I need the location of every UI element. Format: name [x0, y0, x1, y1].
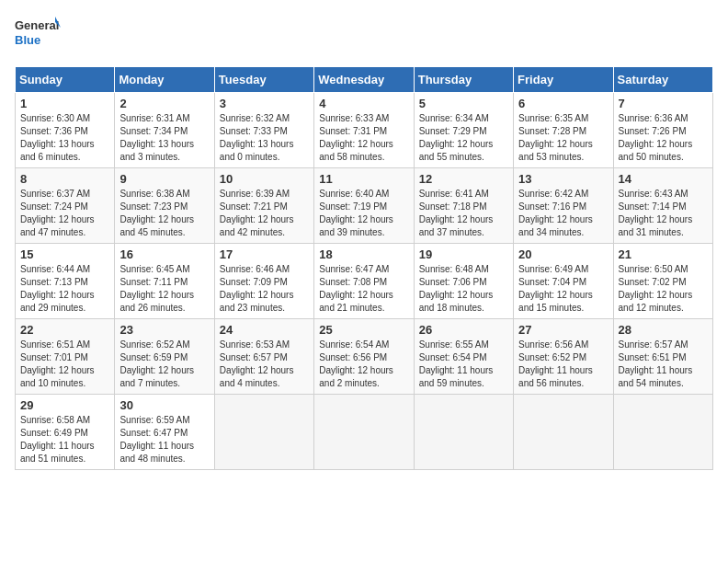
- day-info: Sunrise: 6:38 AMSunset: 7:23 PMDaylight:…: [119, 188, 209, 239]
- calendar-cell: 21 Sunrise: 6:50 AMSunset: 7:02 PMDaylig…: [613, 244, 712, 319]
- col-header-monday: Monday: [115, 67, 214, 93]
- calendar-cell: [314, 395, 414, 470]
- day-number: 29: [20, 398, 109, 412]
- calendar-cell: [414, 395, 513, 470]
- day-info: Sunrise: 6:45 AMSunset: 7:11 PMDaylight:…: [119, 263, 209, 315]
- day-number: 12: [419, 172, 508, 186]
- day-info: Sunrise: 6:48 AMSunset: 7:06 PMDaylight:…: [419, 263, 508, 315]
- day-number: 28: [619, 323, 708, 337]
- calendar-cell: 2 Sunrise: 6:31 AMSunset: 7:34 PMDayligh…: [115, 93, 214, 168]
- day-info: Sunrise: 6:58 AMSunset: 6:49 PMDaylight:…: [20, 414, 109, 465]
- day-number: 14: [619, 172, 708, 186]
- day-info: Sunrise: 6:46 AMSunset: 7:09 PMDaylight:…: [220, 263, 309, 315]
- calendar-cell: 13 Sunrise: 6:42 AMSunset: 7:16 PMDaylig…: [514, 168, 613, 244]
- calendar-cell: [613, 395, 712, 470]
- day-number: 17: [220, 247, 309, 261]
- day-info: Sunrise: 6:44 AMSunset: 7:13 PMDaylight:…: [20, 263, 109, 315]
- calendar-cell: 4 Sunrise: 6:33 AMSunset: 7:31 PMDayligh…: [314, 93, 414, 168]
- day-info: Sunrise: 6:33 AMSunset: 7:31 PMDaylight:…: [319, 112, 408, 164]
- svg-text:General: General: [15, 18, 59, 32]
- calendar-cell: 22 Sunrise: 6:51 AMSunset: 7:01 PMDaylig…: [16, 319, 115, 395]
- day-number: 30: [119, 398, 209, 412]
- day-number: 8: [20, 172, 109, 186]
- calendar-week-3: 15 Sunrise: 6:44 AMSunset: 7:13 PMDaylig…: [16, 244, 713, 319]
- col-header-saturday: Saturday: [613, 67, 712, 93]
- logo-svg: General Blue: [15, 15, 61, 55]
- day-number: 13: [518, 172, 608, 186]
- day-info: Sunrise: 6:42 AMSunset: 7:16 PMDaylight:…: [518, 188, 608, 239]
- day-number: 5: [419, 97, 508, 110]
- day-number: 27: [518, 323, 608, 337]
- day-number: 19: [419, 247, 508, 261]
- col-header-thursday: Thursday: [414, 67, 513, 93]
- day-number: 6: [518, 97, 608, 110]
- calendar-cell: 28 Sunrise: 6:57 AMSunset: 6:51 PMDaylig…: [613, 319, 712, 395]
- day-info: Sunrise: 6:52 AMSunset: 6:59 PMDaylight:…: [119, 339, 209, 390]
- day-info: Sunrise: 6:50 AMSunset: 7:02 PMDaylight:…: [619, 263, 708, 315]
- day-number: 16: [119, 247, 209, 261]
- day-number: 1: [20, 97, 109, 110]
- calendar-cell: 17 Sunrise: 6:46 AMSunset: 7:09 PMDaylig…: [214, 244, 313, 319]
- calendar-cell: 18 Sunrise: 6:47 AMSunset: 7:08 PMDaylig…: [314, 244, 414, 319]
- day-number: 25: [319, 323, 408, 337]
- day-info: Sunrise: 6:55 AMSunset: 6:54 PMDaylight:…: [419, 339, 508, 390]
- day-number: 21: [619, 247, 708, 261]
- calendar-cell: 1 Sunrise: 6:30 AMSunset: 7:36 PMDayligh…: [16, 93, 115, 168]
- col-header-friday: Friday: [514, 67, 613, 93]
- calendar-table: SundayMondayTuesdayWednesdayThursdayFrid…: [15, 66, 713, 470]
- calendar-cell: 24 Sunrise: 6:53 AMSunset: 6:57 PMDaylig…: [214, 319, 313, 395]
- calendar-cell: 9 Sunrise: 6:38 AMSunset: 7:23 PMDayligh…: [115, 168, 214, 244]
- day-info: Sunrise: 6:56 AMSunset: 6:52 PMDaylight:…: [518, 339, 608, 390]
- day-number: 2: [119, 97, 209, 110]
- day-number: 26: [419, 323, 508, 337]
- day-number: 22: [20, 323, 109, 337]
- day-info: Sunrise: 6:53 AMSunset: 6:57 PMDaylight:…: [220, 339, 309, 390]
- calendar-week-5: 29 Sunrise: 6:58 AMSunset: 6:49 PMDaylig…: [16, 395, 713, 470]
- calendar-cell: 15 Sunrise: 6:44 AMSunset: 7:13 PMDaylig…: [16, 244, 115, 319]
- calendar-body: 1 Sunrise: 6:30 AMSunset: 7:36 PMDayligh…: [16, 93, 713, 470]
- day-info: Sunrise: 6:39 AMSunset: 7:21 PMDaylight:…: [220, 188, 309, 239]
- day-info: Sunrise: 6:35 AMSunset: 7:28 PMDaylight:…: [518, 112, 608, 164]
- day-info: Sunrise: 6:32 AMSunset: 7:33 PMDaylight:…: [220, 112, 309, 164]
- day-info: Sunrise: 6:49 AMSunset: 7:04 PMDaylight:…: [518, 263, 608, 315]
- day-number: 3: [220, 97, 309, 110]
- day-info: Sunrise: 6:37 AMSunset: 7:24 PMDaylight:…: [20, 188, 109, 239]
- day-number: 18: [319, 247, 408, 261]
- day-number: 20: [518, 247, 608, 261]
- calendar-cell: [514, 395, 613, 470]
- calendar-week-2: 8 Sunrise: 6:37 AMSunset: 7:24 PMDayligh…: [16, 168, 713, 244]
- svg-text:Blue: Blue: [15, 33, 40, 47]
- calendar-cell: 6 Sunrise: 6:35 AMSunset: 7:28 PMDayligh…: [514, 93, 613, 168]
- calendar-cell: 10 Sunrise: 6:39 AMSunset: 7:21 PMDaylig…: [214, 168, 313, 244]
- calendar-cell: 26 Sunrise: 6:55 AMSunset: 6:54 PMDaylig…: [414, 319, 513, 395]
- day-info: Sunrise: 6:57 AMSunset: 6:51 PMDaylight:…: [619, 339, 708, 390]
- calendar-cell: 11 Sunrise: 6:40 AMSunset: 7:19 PMDaylig…: [314, 168, 414, 244]
- col-header-tuesday: Tuesday: [214, 67, 313, 93]
- day-number: 15: [20, 247, 109, 261]
- calendar-cell: 23 Sunrise: 6:52 AMSunset: 6:59 PMDaylig…: [115, 319, 214, 395]
- day-number: 10: [220, 172, 309, 186]
- day-number: 4: [319, 97, 408, 110]
- calendar-cell: 25 Sunrise: 6:54 AMSunset: 6:56 PMDaylig…: [314, 319, 414, 395]
- day-number: 11: [319, 172, 408, 186]
- day-info: Sunrise: 6:59 AMSunset: 6:47 PMDaylight:…: [119, 414, 209, 465]
- day-number: 9: [119, 172, 209, 186]
- calendar-week-1: 1 Sunrise: 6:30 AMSunset: 7:36 PMDayligh…: [16, 93, 713, 168]
- day-info: Sunrise: 6:41 AMSunset: 7:18 PMDaylight:…: [419, 188, 508, 239]
- day-info: Sunrise: 6:47 AMSunset: 7:08 PMDaylight:…: [319, 263, 408, 315]
- calendar-header-row: SundayMondayTuesdayWednesdayThursdayFrid…: [16, 67, 713, 93]
- calendar-cell: 16 Sunrise: 6:45 AMSunset: 7:11 PMDaylig…: [115, 244, 214, 319]
- day-info: Sunrise: 6:54 AMSunset: 6:56 PMDaylight:…: [319, 339, 408, 390]
- calendar-cell: 30 Sunrise: 6:59 AMSunset: 6:47 PMDaylig…: [115, 395, 214, 470]
- day-number: 7: [619, 97, 708, 110]
- day-info: Sunrise: 6:43 AMSunset: 7:14 PMDaylight:…: [619, 188, 708, 239]
- calendar-cell: 27 Sunrise: 6:56 AMSunset: 6:52 PMDaylig…: [514, 319, 613, 395]
- day-info: Sunrise: 6:30 AMSunset: 7:36 PMDaylight:…: [20, 112, 109, 164]
- calendar-week-4: 22 Sunrise: 6:51 AMSunset: 7:01 PMDaylig…: [16, 319, 713, 395]
- day-info: Sunrise: 6:40 AMSunset: 7:19 PMDaylight:…: [319, 188, 408, 239]
- calendar-cell: 20 Sunrise: 6:49 AMSunset: 7:04 PMDaylig…: [514, 244, 613, 319]
- day-info: Sunrise: 6:36 AMSunset: 7:26 PMDaylight:…: [619, 112, 708, 164]
- calendar-cell: 8 Sunrise: 6:37 AMSunset: 7:24 PMDayligh…: [16, 168, 115, 244]
- day-info: Sunrise: 6:31 AMSunset: 7:34 PMDaylight:…: [119, 112, 209, 164]
- day-info: Sunrise: 6:34 AMSunset: 7:29 PMDaylight:…: [419, 112, 508, 164]
